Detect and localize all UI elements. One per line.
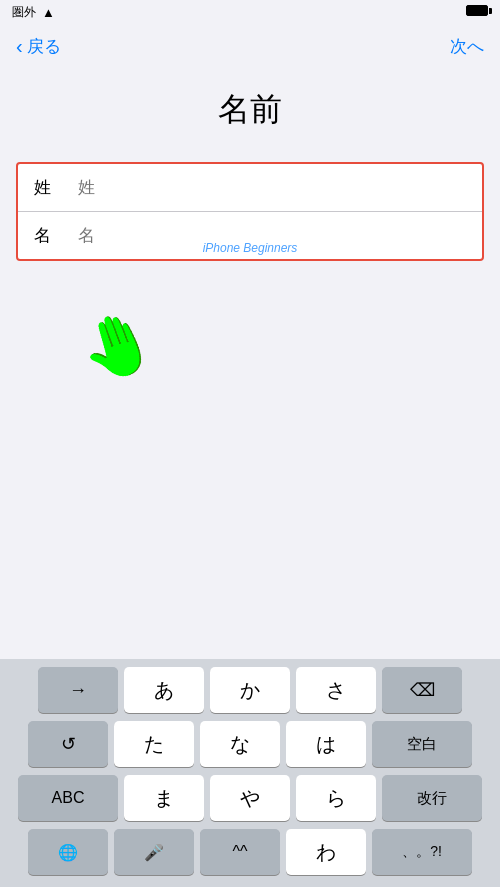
pointing-hand-icon: 🤚	[70, 299, 165, 391]
name-form-section: 姓 名 iPhone Beginners	[16, 162, 484, 261]
key-mic[interactable]: 🎤	[114, 829, 194, 875]
key-ma[interactable]: ま	[124, 775, 204, 821]
key-ta[interactable]: た	[114, 721, 194, 767]
keyboard-row-4: 🌐 🎤 ^^ わ 、。?!	[4, 829, 496, 875]
key-space[interactable]: 空白	[372, 721, 472, 767]
key-caret[interactable]: ^^	[200, 829, 280, 875]
status-bar: 圏外 ▲	[0, 0, 500, 24]
key-punctuation[interactable]: 、。?!	[372, 829, 472, 875]
battery-indicator	[466, 5, 488, 19]
status-left: 圏外 ▲	[12, 4, 55, 21]
navigation-bar: ‹ 戻る 次へ	[0, 24, 500, 68]
wifi-icon: ▲	[42, 5, 55, 20]
key-arrow-right[interactable]: →	[38, 667, 118, 713]
watermark-text: iPhone Beginners	[203, 241, 298, 255]
last-name-row[interactable]: 姓	[18, 164, 482, 212]
carrier-text: 圏外	[12, 4, 36, 21]
back-button[interactable]: ‹ 戻る	[16, 35, 61, 58]
next-button[interactable]: 次へ	[450, 35, 484, 58]
last-name-label: 姓	[34, 176, 70, 199]
key-na[interactable]: な	[200, 721, 280, 767]
page-title: 名前	[0, 68, 500, 162]
keyboard-row-2: ↺ た な は 空白	[4, 721, 496, 767]
key-sa[interactable]: さ	[296, 667, 376, 713]
key-delete[interactable]: ⌫	[382, 667, 462, 713]
key-wa[interactable]: わ	[286, 829, 366, 875]
first-name-label: 名	[34, 224, 70, 247]
back-label: 戻る	[27, 35, 61, 58]
key-ra[interactable]: ら	[296, 775, 376, 821]
key-globe[interactable]: 🌐	[28, 829, 108, 875]
key-return[interactable]: 改行	[382, 775, 482, 821]
key-abc[interactable]: ABC	[18, 775, 118, 821]
key-ha[interactable]: は	[286, 721, 366, 767]
back-chevron-icon: ‹	[16, 36, 23, 56]
battery-icon	[466, 5, 488, 16]
japanese-keyboard: → あ か さ ⌫ ↺ た な は 空白 ABC ま や ら 改行 🌐 🎤 ^^…	[0, 659, 500, 887]
last-name-input[interactable]	[70, 178, 466, 198]
keyboard-row-3: ABC ま や ら 改行	[4, 775, 496, 821]
keyboard-row-1: → あ か さ ⌫	[4, 667, 496, 713]
key-ya[interactable]: や	[210, 775, 290, 821]
key-undo[interactable]: ↺	[28, 721, 108, 767]
key-ka[interactable]: か	[210, 667, 290, 713]
key-a[interactable]: あ	[124, 667, 204, 713]
